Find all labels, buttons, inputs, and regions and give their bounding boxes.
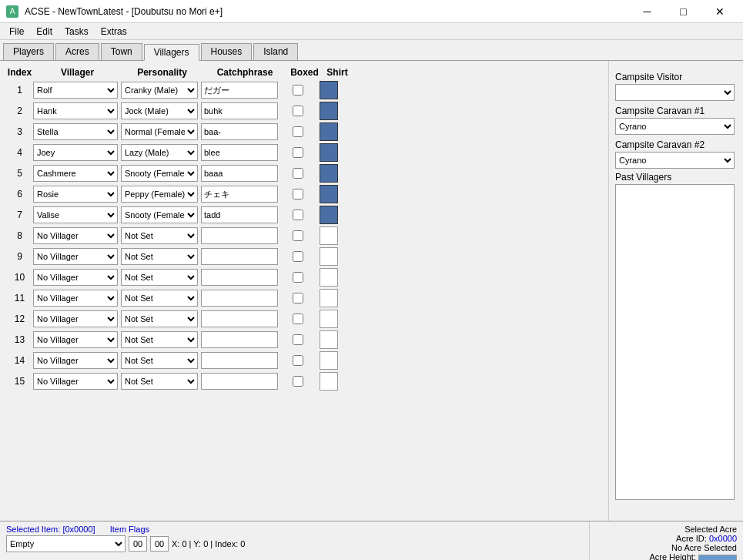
shirt-box[interactable] (320, 247, 338, 266)
app-icon: A (6, 5, 18, 18)
personality-select[interactable]: Lazy (Male) (121, 144, 198, 161)
boxed-checkbox[interactable] (293, 334, 303, 345)
shirt-cell (313, 351, 344, 370)
catchphrase-input[interactable] (201, 290, 278, 307)
boxed-checkbox[interactable] (293, 376, 303, 387)
personality-select[interactable]: Not Set (121, 373, 198, 390)
boxed-checkbox[interactable] (293, 126, 303, 137)
shirt-box[interactable] (320, 122, 338, 141)
catchphrase-input[interactable] (201, 123, 278, 140)
villager-select[interactable]: Cashmere (33, 165, 118, 182)
personality-select[interactable]: Not Set (121, 352, 198, 369)
catchphrase-input[interactable] (201, 227, 278, 244)
villager-select[interactable]: Stella (33, 123, 118, 140)
personality-select[interactable]: Not Set (121, 290, 198, 307)
boxed-checkbox[interactable] (293, 230, 303, 241)
personality-select[interactable]: Not Set (121, 331, 198, 348)
personality-select[interactable]: Jock (Male) (121, 102, 198, 119)
tab-players[interactable]: Players (3, 43, 54, 60)
campsite-caravan2-select[interactable]: Cyrano (615, 152, 735, 169)
shirt-box[interactable] (320, 185, 338, 203)
shirt-box[interactable] (320, 81, 338, 99)
boxed-cell (283, 147, 313, 158)
villager-select[interactable]: No Villager (33, 352, 118, 369)
menu-edit[interactable]: Edit (30, 25, 59, 39)
villager-select[interactable]: No Villager (33, 310, 118, 327)
villager-select[interactable]: No Villager (33, 290, 118, 307)
personality-select[interactable]: Cranky (Male) (121, 82, 198, 99)
tab-villagers[interactable]: Villagers (144, 44, 199, 61)
boxed-checkbox[interactable] (293, 147, 303, 158)
shirt-box[interactable] (320, 143, 338, 162)
campsite-visitor-select[interactable] (615, 84, 735, 101)
shirt-box[interactable] (320, 330, 338, 349)
personality-select[interactable]: Not Set (121, 269, 198, 286)
catchphrase-input[interactable] (201, 165, 278, 182)
villager-select[interactable]: Hank (33, 102, 118, 119)
villager-select[interactable]: No Villager (33, 248, 118, 265)
villager-select[interactable]: Rolf (33, 82, 118, 99)
boxed-checkbox[interactable] (293, 355, 303, 366)
catchphrase-input[interactable] (201, 373, 278, 390)
villager-select[interactable]: No Villager (33, 331, 118, 348)
personality-select[interactable]: Peppy (Female) (121, 186, 198, 203)
personality-select[interactable]: Snooty (Female) (121, 165, 198, 182)
boxed-checkbox[interactable] (293, 210, 303, 220)
shirt-box[interactable] (320, 102, 338, 120)
villager-select[interactable]: Joey (33, 144, 118, 161)
villager-select[interactable]: Valise (33, 206, 118, 223)
shirt-box[interactable] (320, 268, 338, 287)
menu-file[interactable]: File (3, 25, 30, 39)
boxed-checkbox[interactable] (293, 168, 303, 179)
catchphrase-input[interactable] (201, 102, 278, 119)
boxed-checkbox[interactable] (293, 85, 303, 96)
tab-island[interactable]: Island (253, 43, 298, 60)
campsite-caravan1-select[interactable]: Cyrano (615, 118, 735, 135)
shirt-box[interactable] (320, 206, 338, 224)
maximize-button[interactable]: □ (666, 1, 701, 22)
shirt-box[interactable] (320, 372, 338, 391)
shirt-cell (313, 372, 344, 391)
boxed-checkbox[interactable] (293, 293, 303, 303)
villager-select[interactable]: No Villager (33, 373, 118, 390)
personality-select[interactable]: Not Set (121, 310, 198, 327)
tab-acres[interactable]: Acres (55, 43, 99, 60)
catchphrase-input[interactable] (201, 82, 278, 99)
tab-houses[interactable]: Houses (201, 43, 253, 60)
hex-input-1[interactable] (129, 536, 147, 552)
catchphrase-input[interactable] (201, 310, 278, 327)
personality-select[interactable]: Not Set (121, 248, 198, 265)
catchphrase-input[interactable] (201, 186, 278, 203)
shirt-box[interactable] (320, 289, 338, 307)
close-button[interactable]: ✕ (702, 1, 737, 22)
menu-extras[interactable]: Extras (95, 25, 133, 39)
catchphrase-input[interactable] (201, 144, 278, 161)
catchphrase-input[interactable] (201, 248, 278, 265)
villager-select[interactable]: Rosie (33, 186, 118, 203)
hex-input-2[interactable] (150, 536, 169, 552)
shirt-box[interactable] (320, 351, 338, 370)
boxed-checkbox[interactable] (293, 272, 303, 283)
personality-select[interactable]: Snooty (Female) (121, 206, 198, 223)
boxed-checkbox[interactable] (293, 251, 303, 262)
villager-select[interactable]: No Villager (33, 269, 118, 286)
boxed-checkbox[interactable] (293, 106, 303, 116)
shirt-box[interactable] (320, 226, 338, 245)
shirt-box[interactable] (320, 164, 338, 183)
boxed-checkbox[interactable] (293, 314, 303, 324)
minimize-button[interactable]: ─ (630, 1, 664, 22)
villager-select[interactable]: No Villager (33, 227, 118, 244)
empty-dropdown[interactable]: Empty (6, 535, 126, 552)
personality-select[interactable]: Not Set (121, 227, 198, 244)
catchphrase-input[interactable] (201, 206, 278, 223)
tab-town[interactable]: Town (101, 43, 142, 60)
catchphrase-input[interactable] (201, 269, 278, 286)
shirt-cell (313, 310, 344, 328)
row-index: 15 (6, 376, 33, 387)
personality-select[interactable]: Normal (Female) (121, 123, 198, 140)
boxed-checkbox[interactable] (293, 189, 303, 200)
shirt-box[interactable] (320, 310, 338, 328)
catchphrase-input[interactable] (201, 331, 278, 348)
catchphrase-input[interactable] (201, 352, 278, 369)
menu-tasks[interactable]: Tasks (59, 25, 95, 39)
